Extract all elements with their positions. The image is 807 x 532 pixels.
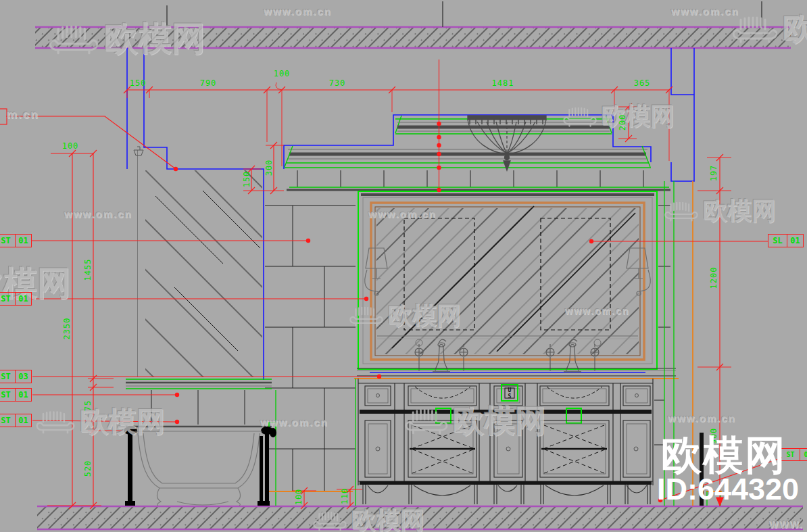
watermark-url-clipped: WWW.	[769, 519, 804, 530]
sofa-watermark-icon	[349, 305, 384, 327]
finish-tag-st01-1: ST01	[0, 234, 32, 247]
tag-num: 01	[15, 235, 31, 247]
watermark-brand: 欧模网	[349, 299, 461, 333]
dim-520-left: 520	[83, 445, 93, 492]
tag-code: ST	[0, 370, 15, 383]
dim-197-right: 197	[709, 149, 718, 197]
sofa-watermark-icon	[404, 407, 449, 435]
dim-730-top: 730	[322, 78, 352, 88]
finish-tag-st01-3: ST01	[0, 388, 32, 402]
watermark-brand-text: 欧模网	[351, 504, 424, 532]
watermark-brand-text: 欧模网	[104, 16, 205, 62]
watermark-url-clipped: m.cn	[7, 108, 39, 122]
finish-tag-st01-4: ST01	[0, 414, 32, 427]
dim-200-right: 200	[618, 99, 627, 146]
sofa-watermark-icon	[35, 409, 76, 435]
dim-1200-right: 1200	[709, 254, 718, 301]
dim-1481-top: 1481	[485, 78, 520, 88]
watermark-url: www.om.cn	[668, 412, 736, 424]
socket-symbol-bottom: S	[504, 393, 515, 400]
watermark-url: www.om.cn	[264, 5, 332, 17]
watermark-brand: 欧模网	[47, 16, 205, 62]
sink-bowl-dashed-right	[547, 387, 602, 398]
bathtub	[135, 431, 262, 506]
finish-tag-sl01: SL01	[768, 234, 804, 247]
sofa-watermark-icon	[664, 200, 699, 222]
watermark-url: www.om.cn	[368, 208, 437, 220]
tag-code: SL	[768, 235, 787, 247]
bathtub-area	[124, 379, 353, 506]
dim-365-top: 365	[626, 78, 658, 88]
watermark-brand: 欧模网	[404, 400, 546, 442]
watermark-brand-text: 欧模网	[453, 400, 546, 442]
tag-num: 01	[15, 389, 31, 401]
watermark-url: www.om.cn	[260, 416, 328, 428]
dim-1455-left: 1455	[83, 246, 93, 293]
dim-150-mid: 150	[242, 155, 251, 203]
tag-num: 03	[15, 370, 31, 383]
dim-790-top: 790	[193, 78, 223, 88]
tag-code: ST	[0, 293, 15, 305]
watermark-url: www.om.cn	[64, 208, 132, 220]
tag-code: ST	[0, 235, 15, 247]
dim-110-bottom: 110	[340, 473, 349, 520]
tag-num: 01	[800, 449, 807, 460]
sink-bowl-dashed-left	[415, 387, 470, 398]
socket-symbol-top: U	[504, 387, 515, 393]
cabinet-legs	[363, 485, 650, 504]
watermark-url: www.om.cn	[671, 5, 739, 17]
dim-150-top: 150	[123, 78, 153, 88]
shower-valve	[134, 147, 143, 155]
cad-drawing-canvas: 150 790 100 730 1481 365 100 2350 1455 7…	[0, 0, 807, 532]
sofa-watermark-icon	[731, 14, 779, 44]
tag-code: ST	[0, 389, 15, 401]
dim-100-bottom: 100	[294, 473, 303, 521]
watermark-url: www.om.cn	[565, 306, 629, 316]
dim-2350-left: 2350	[62, 305, 72, 352]
tag-num: 01	[15, 414, 31, 427]
watermark-brand-text: 欧模网	[703, 195, 776, 228]
finish-tag-st03: ST03	[0, 370, 32, 383]
finish-tag-st01-2: ST01	[0, 292, 32, 306]
watermark-brand: 欧模网	[35, 403, 165, 441]
tag-code: ST	[0, 414, 15, 427]
dim-100-top: 100	[269, 69, 295, 78]
dim-100-left: 100	[58, 141, 82, 151]
watermark-brand-text: 欧模网	[388, 299, 461, 333]
ceiling-light-fixture	[468, 116, 546, 170]
dim-300-mid: 300	[264, 144, 274, 191]
watermark-brand: 欧模网	[312, 504, 424, 532]
dim-75-left: 75	[83, 382, 93, 429]
watermark-brand-text: 欧模网	[783, 8, 807, 50]
sofa-watermark-icon	[562, 105, 597, 128]
watermark-brand: 欧模网	[731, 8, 807, 50]
tag-num: 01	[787, 235, 803, 247]
clipped-tag-box	[0, 109, 7, 124]
tag-num: 01	[15, 293, 31, 305]
watermark-brand: 欧模网	[664, 195, 776, 228]
sofa-watermark-icon	[47, 23, 100, 55]
site-overlay-id: ID:644320	[657, 472, 799, 507]
watermark-brand-text: 欧模网	[602, 100, 675, 133]
